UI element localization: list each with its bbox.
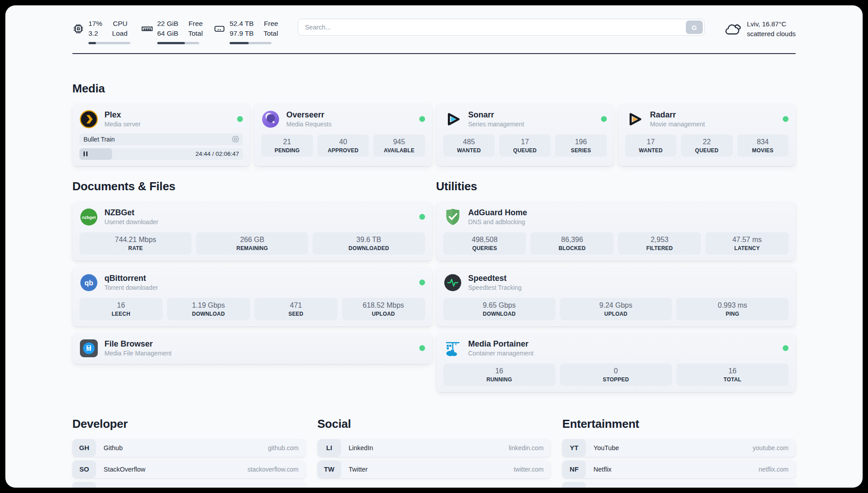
stat-box: 17 QUEUED xyxy=(499,134,551,157)
link-name: Github xyxy=(104,444,123,451)
link-abbr: TW xyxy=(317,460,341,478)
link-dev[interactable]: DT DEV dev.to xyxy=(72,482,306,488)
filebrowser-icon xyxy=(79,339,98,358)
stat-box: 86,396 BLOCKED xyxy=(530,232,613,255)
link-twitter[interactable]: TW Twitter twitter.com xyxy=(317,460,551,478)
link-youtube[interactable]: YT YouTube youtube.com xyxy=(562,439,796,457)
cpu-values: 17% 3.2 xyxy=(88,19,102,39)
stat-value: 485 xyxy=(445,138,493,146)
stat-value: 16 xyxy=(81,301,161,309)
stat-value: 0 xyxy=(562,367,670,375)
app-name: Radarr xyxy=(650,110,705,120)
storage-values: 52.4 TB 97.9 TB xyxy=(230,19,254,39)
app-card-radarr: Radarr Movie management 17 WANTED 22 QUE… xyxy=(618,104,796,166)
link-name: DEV xyxy=(104,487,117,488)
stat-value: 618.52 Mbps xyxy=(344,301,423,309)
stat-box: 945 AVAILABLE xyxy=(373,134,425,157)
app-link-plex[interactable]: Plex Media server xyxy=(79,110,243,129)
link-stackoverflow[interactable]: SO StackOverflow stackoverflow.com xyxy=(72,460,306,478)
app-link-portainer[interactable]: Media Portainer Container management xyxy=(443,339,789,358)
storage-progress-bar xyxy=(230,42,271,44)
section-title-entertainment: Entertainment xyxy=(562,417,796,431)
section-entertainment: Entertainment YT YouTube youtube.com NF … xyxy=(562,417,796,488)
cloud-icon xyxy=(724,21,741,37)
app-name: qBittorrent xyxy=(104,273,158,284)
stat-label: SERIES xyxy=(557,147,605,154)
section-developer: Developer GH Github github.com SO StackO… xyxy=(72,417,306,488)
stat-box: 498,508 QUERIES xyxy=(443,232,526,255)
stat-label: WANTED xyxy=(445,147,493,154)
stat-label: QUEUED xyxy=(683,147,730,154)
app-card-portainer: Media Portainer Container management 16 … xyxy=(436,333,796,392)
stat-label: RATE xyxy=(81,245,190,251)
link-url: linkedin.com xyxy=(509,444,544,451)
app-link-qbittorrent[interactable]: qb qBittorrent Torrent downloader xyxy=(79,273,425,292)
stat-label: REMAINING xyxy=(198,245,306,251)
status-online-dot xyxy=(601,116,607,122)
link-url: github.com xyxy=(268,444,298,451)
header-divider xyxy=(72,53,796,54)
dashboard-app: 17% 3.2 CPU Load xyxy=(5,5,863,488)
search-engine-button[interactable]: G xyxy=(686,21,703,34)
link-github[interactable]: GH Github github.com xyxy=(72,439,306,457)
status-online-dot xyxy=(783,345,789,351)
link-linkedin[interactable]: LI LinkedIn linkedin.com xyxy=(317,439,551,457)
search-bar: G xyxy=(298,19,705,36)
stat-value: 40 xyxy=(319,138,367,146)
stat-label: WANTED xyxy=(627,147,675,154)
stat-value: 17 xyxy=(627,138,675,146)
app-card-filebrowser: File Browser Media File Management xyxy=(72,333,432,364)
section-utilities: Utilities AdGuard Home xyxy=(436,180,796,392)
stat-label: DOWNLOADED xyxy=(314,245,423,251)
app-name: Sonarr xyxy=(468,110,524,120)
section-title-social: Social xyxy=(317,417,551,431)
app-desc: Torrent downloader xyxy=(104,284,158,292)
stat-value: 1.19 Gbps xyxy=(169,301,248,309)
app-card-qbittorrent: qb qBittorrent Torrent downloader 16 LEE… xyxy=(72,267,432,326)
stat-box: 618.52 Mbps UPLOAD xyxy=(342,298,425,320)
app-link-overseerr[interactable]: Overseerr Media Requests xyxy=(261,110,425,129)
stat-value: 266 GB xyxy=(198,236,306,244)
stat-box: 40 APPROVED xyxy=(317,134,369,157)
stat-box: 2,953 FILTERED xyxy=(618,232,701,255)
search-input[interactable] xyxy=(298,19,705,36)
stat-value: 0.993 ms xyxy=(678,301,787,309)
app-card-speedtest: Speedtest Speedtest Tracking 9.65 Gbps D… xyxy=(436,267,796,326)
stat-box: 834 MOVIES xyxy=(737,134,789,157)
weather-widget[interactable]: Lviv, 16.87°C scattered clouds xyxy=(724,18,796,39)
link-netflix[interactable]: NF Netflix netflix.com xyxy=(562,460,796,478)
stat-label: TOTAL xyxy=(678,376,787,383)
app-link-nzbget[interactable]: nzbget NZBGet Usenet downloader xyxy=(79,208,425,226)
section-title-developer: Developer xyxy=(72,417,306,431)
stat-box: 9.24 Gbps UPLOAD xyxy=(560,298,672,320)
stat-value: 22 xyxy=(683,138,730,146)
link-name: YouTube xyxy=(593,444,619,451)
link-name: Twitter xyxy=(349,466,368,473)
app-link-radarr[interactable]: Radarr Movie management xyxy=(625,110,789,129)
app-card-overseerr: Overseerr Media Requests 21 PENDING 40 A… xyxy=(254,104,432,166)
radarr-icon xyxy=(625,110,644,129)
svg-text:nzbget: nzbget xyxy=(82,214,96,219)
stat-value: 2,953 xyxy=(620,236,699,244)
link-reddit[interactable]: RE Reddit reddit.com xyxy=(562,482,796,488)
link-abbr: SO xyxy=(72,460,96,478)
link-name: Reddit xyxy=(593,487,612,488)
stat-box: 16 LEECH xyxy=(79,298,163,320)
app-link-speedtest[interactable]: Speedtest Speedtest Tracking xyxy=(443,273,789,292)
link-abbr: YT xyxy=(562,439,586,457)
section-media: Media Plex Media server xyxy=(72,82,796,166)
stat-box: 21 PENDING xyxy=(261,134,313,157)
app-name: Overseerr xyxy=(286,110,331,120)
app-desc: Series management xyxy=(468,121,524,129)
stat-label: LATENCY xyxy=(707,245,787,251)
pause-icon[interactable] xyxy=(83,151,88,156)
app-link-sonarr[interactable]: Sonarr Series management xyxy=(443,110,607,129)
app-link-adguard[interactable]: AdGuard Home DNS and adblocking xyxy=(443,208,789,226)
stat-label: LEECH xyxy=(81,311,161,317)
app-link-filebrowser[interactable]: File Browser Media File Management xyxy=(79,339,425,358)
stat-value: 86,396 xyxy=(532,236,612,244)
now-playing-title: Bullet Train xyxy=(83,136,115,143)
system-stats: 17% 3.2 CPU Load xyxy=(72,18,278,44)
section-title-media: Media xyxy=(72,82,796,96)
stat-box: 9.65 Gbps DOWNLOAD xyxy=(443,298,555,320)
